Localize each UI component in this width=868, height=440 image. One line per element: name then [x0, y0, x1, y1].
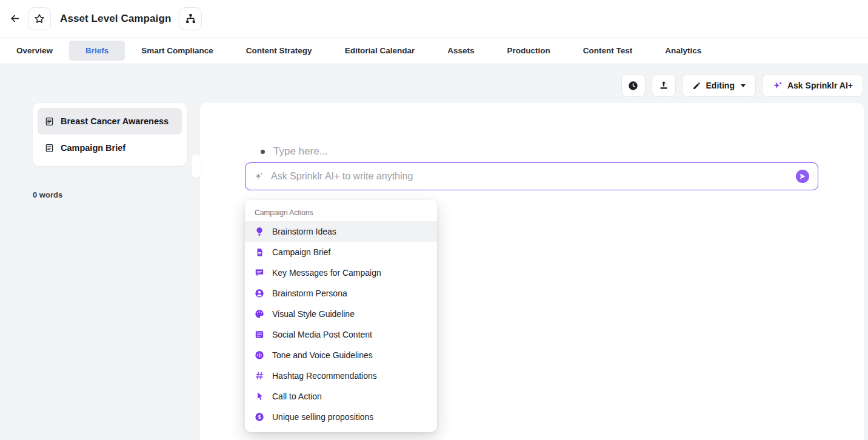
sidebar-item-breast-cancer-awareness[interactable]: Breast Cancer Awareness	[38, 108, 182, 135]
ai-prompt-input[interactable]: Ask Sprinklr AI+ to write anything	[245, 162, 818, 190]
editor-placeholder: Type here...	[273, 145, 328, 158]
menu-item-tone-and-voice[interactable]: Tone and Voice Guidelines	[245, 345, 437, 365]
bullet-point	[261, 150, 265, 154]
menu-item-social-media-post-content[interactable]: Social Media Post Content	[245, 324, 437, 345]
menu-item-hashtag-recommendations[interactable]: Hashtag Recommendations	[245, 365, 437, 386]
hierarchy-icon	[185, 13, 196, 24]
topbar: Asset Level Campaign	[0, 0, 868, 38]
tab-overview[interactable]: Overview	[0, 41, 69, 61]
document-icon	[255, 248, 264, 257]
send-button[interactable]	[796, 170, 809, 183]
voice-icon	[255, 350, 264, 360]
menu-item-visual-style-guideline[interactable]: Visual Style Guideline	[245, 304, 437, 324]
tab-smart-compliance[interactable]: Smart Compliance	[125, 41, 230, 61]
campaign-actions-menu: Campaign Actions Brainstorm Ideas Campai…	[245, 200, 437, 432]
menu-item-brainstorm-persona[interactable]: Brainstorm Persona	[245, 283, 437, 304]
content-area: Editing Ask Sprinklr AI+ Breast Cancer A…	[0, 64, 868, 440]
sidebar-item-label: Breast Cancer Awareness	[61, 116, 169, 126]
menu-item-call-to-action[interactable]: Call to Action	[245, 386, 437, 407]
favorite-button[interactable]	[28, 7, 51, 30]
menu-item-unique-selling-propositions[interactable]: $ Unique selling propositions	[245, 407, 437, 427]
word-count: 0 words	[33, 190, 62, 199]
editing-mode-button[interactable]: Editing	[682, 74, 756, 97]
upload-icon	[659, 81, 669, 90]
menu-item-label: Key Messages for Campaign	[272, 268, 381, 278]
sparkle-plus-icon	[254, 172, 264, 181]
person-icon	[255, 288, 264, 298]
tab-content-test[interactable]: Content Test	[567, 41, 649, 61]
hierarchy-button[interactable]	[179, 7, 202, 30]
tab-content-strategy[interactable]: Content Strategy	[230, 41, 329, 61]
svg-text:$: $	[258, 414, 261, 420]
menu-item-label: Brainstorm Persona	[272, 288, 347, 298]
lightbulb-icon	[255, 227, 264, 236]
star-icon	[34, 13, 45, 24]
tab-production[interactable]: Production	[490, 41, 566, 61]
menu-item-key-messages[interactable]: Key Messages for Campaign	[245, 262, 437, 283]
editing-mode-label: Editing	[706, 81, 735, 90]
menu-item-campaign-brief[interactable]: Campaign Brief	[245, 242, 437, 262]
menu-item-label: Hashtag Recommendations	[272, 371, 377, 381]
tab-analytics[interactable]: Analytics	[649, 41, 718, 61]
pencil-icon	[692, 81, 701, 90]
chat-icon	[255, 268, 264, 278]
back-arrow-icon	[10, 13, 20, 24]
post-icon	[255, 330, 264, 339]
menu-item-label: Social Media Post Content	[272, 330, 372, 339]
menu-item-label: Campaign Brief	[272, 247, 331, 257]
hashtag-icon	[255, 371, 264, 381]
brief-document-icon	[45, 117, 54, 126]
history-button[interactable]	[621, 74, 646, 97]
ask-sprinklr-ai-button[interactable]: Ask Sprinklr AI+	[762, 74, 863, 97]
briefs-sidebar: Breast Cancer Awareness Campaign Brief	[33, 103, 187, 166]
clock-icon	[628, 81, 638, 91]
ai-input-placeholder: Ask Sprinklr AI+ to write anything	[271, 171, 789, 182]
page-title: Asset Level Campaign	[60, 13, 171, 25]
palette-icon	[255, 309, 264, 319]
menu-item-label: Unique selling propositions	[272, 412, 373, 422]
brief-document-icon	[45, 144, 54, 153]
sidebar-collapse-handle[interactable]	[192, 155, 201, 178]
dollar-icon: $	[255, 412, 264, 422]
sparkle-icon	[772, 81, 783, 91]
tab-assets[interactable]: Assets	[431, 41, 490, 61]
sidebar-item-label: Campaign Brief	[61, 143, 125, 153]
tab-editorial-calendar[interactable]: Editorial Calendar	[329, 41, 432, 61]
back-button[interactable]	[10, 13, 20, 24]
upload-button[interactable]	[652, 74, 676, 97]
menu-item-label: Call to Action	[272, 392, 322, 401]
ask-sprinklr-ai-label: Ask Sprinklr AI+	[787, 81, 853, 90]
cta-pointer-icon	[255, 392, 264, 401]
menu-item-label: Visual Style Guideline	[272, 309, 355, 319]
editor-line[interactable]: Type here...	[261, 145, 328, 158]
toolbar: Editing Ask Sprinklr AI+	[621, 74, 863, 97]
campaign-actions-header: Campaign Actions	[245, 204, 437, 221]
document-editor: Type here... Ask Sprinklr AI+ to write a…	[200, 103, 864, 440]
chevron-down-icon	[741, 84, 746, 87]
tab-bar: Overview Briefs Smart Compliance Content…	[0, 38, 868, 64]
menu-item-brainstorm-ideas[interactable]: Brainstorm Ideas	[245, 221, 437, 242]
menu-item-label: Tone and Voice Guidelines	[272, 350, 373, 360]
menu-item-label: Brainstorm Ideas	[272, 227, 336, 236]
tab-briefs[interactable]: Briefs	[69, 41, 125, 61]
sidebar-item-campaign-brief[interactable]: Campaign Brief	[38, 135, 182, 161]
